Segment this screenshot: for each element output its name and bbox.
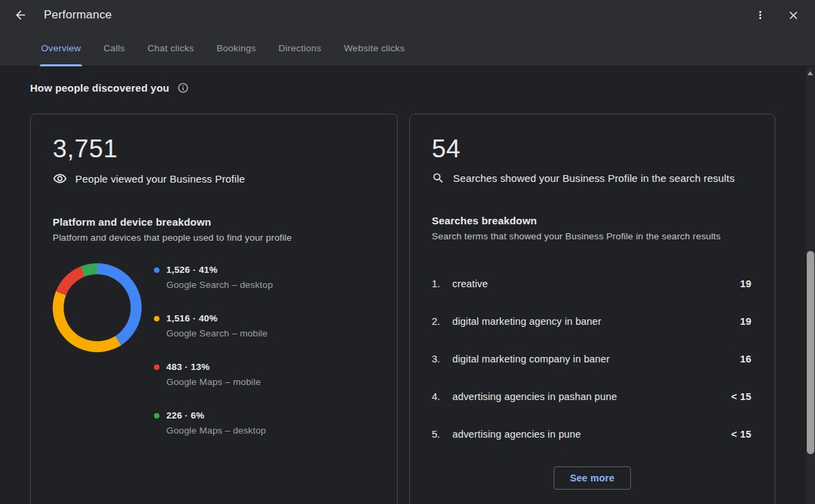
search-count: < 15	[732, 429, 751, 440]
legend-value: 226 · 6%	[166, 410, 205, 421]
overflow-menu-button[interactable]	[749, 4, 771, 26]
search-terms-list: 1. creative 19 2. digital marketing agen…	[432, 278, 751, 440]
searches-breakdown-subtitle: Search terms that showed your Business P…	[432, 231, 775, 241]
tab-directions[interactable]: Directions	[279, 41, 322, 66]
tab-calls[interactable]: Calls	[103, 41, 125, 66]
searches-breakdown-title: Searches breakdown	[432, 215, 775, 226]
legend-value: 1,516 · 40%	[166, 313, 218, 323]
search-term: digital marketing company in baner	[452, 354, 740, 364]
search-term: advertising agencies in pashan pune	[452, 391, 732, 402]
searches-label: Searches showed your Business Profile in…	[453, 172, 735, 184]
close-button[interactable]	[782, 4, 804, 26]
legend-dot-blue	[154, 267, 159, 273]
tab-label: Calls	[103, 43, 125, 53]
search-term-row: 5. advertising agencies in pune < 15	[432, 429, 751, 440]
tab-label: Website clicks	[344, 43, 405, 53]
views-count: 3,751	[53, 135, 397, 163]
legend-value: 483 · 13%	[166, 362, 209, 372]
top-bar: Performance Overview Calls Chat clicks B…	[0, 0, 815, 66]
views-label: People viewed your Business Profile	[75, 173, 245, 185]
donut-chart[interactable]	[53, 263, 142, 352]
search-term-row: 1. creative 19	[432, 278, 751, 289]
search-count: < 15	[732, 391, 751, 402]
legend-label: Google Maps – mobile	[166, 377, 273, 387]
legend-dot-orange	[154, 316, 159, 321]
active-tab-underline	[40, 64, 82, 66]
search-term: creative	[452, 278, 740, 289]
tab-label: Directions	[279, 43, 322, 53]
legend-label: Google Search – desktop	[166, 280, 273, 290]
section-header: How people discovered you	[30, 82, 189, 94]
back-button[interactable]	[10, 4, 31, 26]
platform-breakdown-subtitle: Platform and devices that people used to…	[53, 233, 397, 243]
search-rank: 2.	[432, 316, 452, 327]
tab-overview[interactable]: Overview	[41, 41, 81, 66]
arrow-left-icon	[14, 8, 27, 22]
legend-dot-red	[154, 364, 159, 370]
search-rank: 1.	[432, 278, 452, 289]
searches-card: 54 Searches showed your Business Profile…	[409, 114, 775, 504]
close-icon	[787, 9, 800, 22]
search-count: 19	[740, 316, 751, 327]
tab-label: Overview	[41, 43, 81, 53]
search-term: digital marketing agency in baner	[452, 316, 740, 327]
search-rank: 4.	[432, 391, 452, 402]
legend-item: 1,516 · 40% Google Search – mobile	[154, 313, 273, 339]
tab-bookings[interactable]: Bookings	[217, 41, 257, 66]
chart-legend: 1,526 · 41% Google Search – desktop 1,51…	[154, 263, 273, 459]
tab-bar: Overview Calls Chat clicks Bookings Dire…	[41, 41, 404, 66]
search-rank: 3.	[432, 354, 452, 364]
searches-count: 54	[432, 135, 775, 163]
legend-item: 226 · 6% Google Maps – desktop	[154, 410, 273, 436]
section-title: How people discovered you	[30, 82, 169, 94]
search-rank: 5.	[432, 429, 452, 440]
search-term-row: 3. digital marketing company in baner 16	[432, 354, 751, 364]
legend-label: Google Maps – desktop	[166, 425, 273, 436]
donut-hole	[64, 274, 131, 341]
tab-website-clicks[interactable]: Website clicks	[344, 41, 405, 66]
search-term-row: 2. digital marketing agency in baner 19	[432, 316, 751, 327]
see-more-button[interactable]: See more	[554, 466, 631, 490]
platform-chart: 1,526 · 41% Google Search – desktop 1,51…	[53, 263, 397, 459]
scrollbar-thumb[interactable]	[807, 251, 814, 454]
legend-item: 1,526 · 41% Google Search – desktop	[154, 265, 273, 290]
search-term: advertising agencies in pune	[452, 429, 732, 440]
tab-chat-clicks[interactable]: Chat clicks	[148, 41, 194, 66]
views-card: 3,751 People viewed your Business Profil…	[30, 114, 398, 504]
tab-label: Chat clicks	[148, 43, 194, 53]
page-title: Performance	[44, 8, 112, 22]
platform-breakdown-title: Platform and device breakdown	[53, 216, 397, 228]
search-count: 19	[740, 278, 751, 289]
legend-value: 1,526 · 41%	[166, 265, 218, 275]
info-icon[interactable]	[177, 82, 189, 94]
legend-item: 483 · 13% Google Maps – mobile	[154, 362, 273, 387]
tab-label: Bookings	[217, 43, 257, 53]
search-count: 16	[740, 354, 751, 364]
eye-icon	[53, 172, 67, 186]
magnifier-icon	[432, 172, 445, 185]
legend-dot-green	[154, 413, 159, 419]
scroll-up-arrow-icon[interactable]	[807, 71, 813, 75]
kebab-menu-icon	[754, 9, 766, 21]
legend-label: Google Search – mobile	[166, 328, 273, 339]
search-term-row: 4. advertising agencies in pashan pune <…	[432, 391, 751, 402]
vertical-scrollbar[interactable]	[806, 66, 815, 504]
